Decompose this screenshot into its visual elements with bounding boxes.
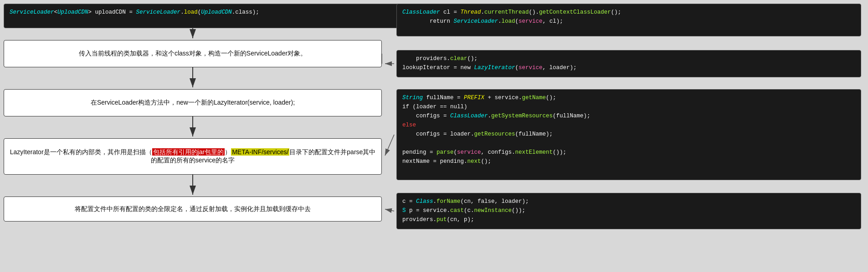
svg-line-9 [385,135,394,156]
flow-box-3: LazyIterator是一个私有的内部类，其作用是扫描（包括所有引用的jar包… [4,138,382,175]
flow-box-4: 将配置文件中所有配置的类的全限定名，通过反射加载，实例化并且加载到缓存中去 [4,196,382,222]
svg-line-10 [385,209,394,211]
flow-box-3-text: LazyIterator是一个私有的内部类，其作用是扫描（包括所有引用的jar包… [10,148,376,165]
flow-box-1-text: 传入当前线程的类加载器，和这个class对象，构造一个新的ServiceLoad… [79,50,307,58]
flow-box-1: 传入当前线程的类加载器，和这个class对象，构造一个新的ServiceLoad… [4,40,382,67]
code-serviceloader-type: ServiceLoader [10,9,54,15]
code-box-r3: String fullName = PREFIX + service.getNa… [396,89,861,180]
flow-box-4-text: 将配置文件中所有配置的类的全限定名，通过反射加载，实例化并且加载到缓存中去 [75,205,311,213]
code-box-r4: c = Class.forName(cn, false, loader); S … [396,193,861,229]
flow-box-2: 在ServiceLoader构造方法中，new一个新的LazyIterator(… [4,89,382,116]
code-r2-line2: lookupIterator = new LazyIterator(servic… [402,63,855,72]
flow-box-2-text: 在ServiceLoader构造方法中，new一个新的LazyIterator(… [91,99,295,107]
diagram-container: ServiceLoader<UploadCDN> uploadCDN = Ser… [0,0,868,272]
code-r2-line1: providers.clear(); [402,54,855,63]
code-r1-line2: return ServiceLoader.load(service, cl); [402,17,855,26]
code-box-r2: providers.clear(); lookupIterator = new … [396,50,861,77]
code-box-r1: ClassLoader cl = Thread.currentThread().… [396,4,861,36]
code-r1-line1: ClassLoader cl = Thread.currentThread().… [402,8,855,17]
